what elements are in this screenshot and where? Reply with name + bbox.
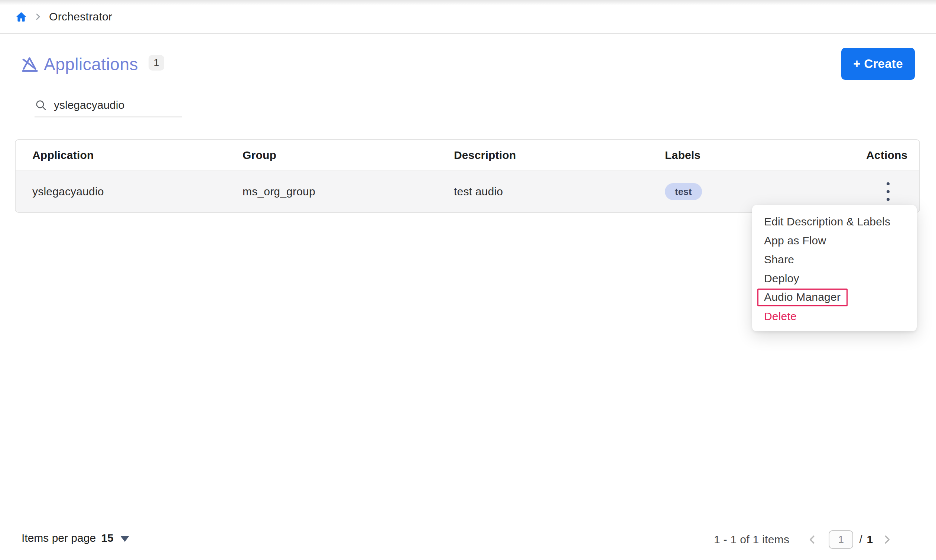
column-header-actions: Actions — [866, 149, 922, 162]
column-header-description: Description — [454, 149, 665, 162]
home-icon[interactable] — [15, 11, 28, 23]
items-per-page-value: 15 — [101, 532, 113, 545]
chevron-right-icon — [880, 533, 894, 546]
menu-item-audio-manager[interactable]: Audio Manager — [752, 288, 917, 307]
column-header-group: Group — [243, 149, 454, 162]
search-icon — [35, 99, 47, 111]
breadcrumb-current-page: Orchestrator — [49, 11, 112, 23]
create-button[interactable]: + Create — [841, 48, 915, 80]
cell-description: test audio — [454, 185, 665, 198]
menu-item-deploy[interactable]: Deploy — [752, 269, 917, 288]
cell-application-name: yslegacyaudio — [15, 185, 243, 198]
search-box — [35, 99, 182, 117]
orchestrator-page: Orchestrator Applications 1 + Create App… — [0, 0, 936, 560]
applications-logo-icon — [22, 56, 40, 73]
total-pages: 1 — [867, 533, 873, 546]
page-total: / 1 — [859, 533, 873, 546]
cell-actions — [866, 178, 919, 205]
annotation-highlight-box: Audio Manager — [757, 289, 848, 306]
cell-group: ms_org_group — [243, 185, 454, 198]
column-header-application: Application — [15, 149, 243, 162]
row-actions-menu: Edit Description & Labels App as Flow Sh… — [752, 205, 917, 331]
menu-item-app-as-flow[interactable]: App as Flow — [752, 231, 917, 250]
pagination-range-text: 1 - 1 of 1 items — [714, 533, 789, 546]
page-title: Applications — [44, 54, 138, 74]
menu-item-edit-description-labels[interactable]: Edit Description & Labels — [752, 212, 917, 231]
kebab-menu-icon[interactable] — [883, 178, 893, 205]
applications-table: Application Group Description Labels Act… — [15, 139, 920, 213]
page-heading: Applications 1 — [22, 54, 164, 74]
cell-labels: test — [665, 183, 866, 200]
previous-page-button[interactable] — [806, 533, 819, 546]
column-header-labels: Labels — [665, 149, 866, 162]
page-separator: / — [859, 533, 862, 546]
next-page-button[interactable] — [880, 533, 894, 546]
chevron-left-icon — [806, 533, 819, 546]
caret-down-icon — [120, 536, 129, 542]
breadcrumb: Orchestrator — [0, 0, 936, 34]
current-page-input[interactable] — [829, 530, 853, 549]
menu-item-delete[interactable]: Delete — [752, 307, 917, 326]
menu-item-share[interactable]: Share — [752, 250, 917, 269]
table-header-row: Application Group Description Labels Act… — [15, 140, 919, 171]
applications-count-badge: 1 — [149, 55, 164, 71]
items-per-page-label: Items per page — [22, 532, 96, 545]
pagination: 1 - 1 of 1 items / 1 — [714, 530, 894, 549]
chevron-right-icon — [34, 12, 42, 21]
items-per-page-selector[interactable]: Items per page 15 — [22, 532, 129, 545]
label-chip: test — [665, 183, 702, 200]
search-input[interactable] — [54, 99, 176, 111]
